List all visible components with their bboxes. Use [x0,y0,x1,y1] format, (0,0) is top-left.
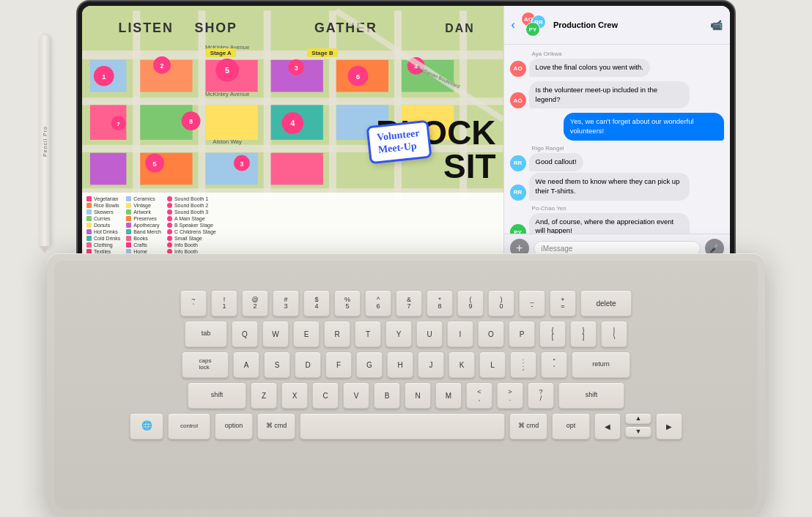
key-2[interactable]: @2 [242,290,268,316]
key-equals[interactable]: += [550,290,576,316]
svg-rect-54 [307,48,338,57]
svg-rect-5 [133,11,140,200]
key-x[interactable]: X [281,382,308,409]
key-j[interactable]: J [418,352,444,378]
svg-rect-15 [205,105,257,140]
pencil-tip [40,246,50,253]
avatar: RR [510,185,526,201]
svg-text:3: 3 [240,160,243,168]
key-control[interactable]: control [168,413,210,439]
key-globe[interactable]: 🌐 [130,413,163,439]
key-5[interactable]: %5 [334,290,361,316]
key-slash[interactable]: ?/ [528,382,554,409]
key-backslash[interactable]: |\ [601,321,627,347]
key-delete[interactable]: delete [580,290,632,316]
svg-rect-8 [329,11,336,200]
svg-point-36 [234,155,250,171]
key-bracket-close[interactable]: }] [570,321,597,347]
key-arrow-left[interactable]: ◀ [594,413,621,439]
svg-rect-14 [205,60,257,92]
key-0[interactable]: )0 [488,290,514,316]
key-option-left[interactable]: option [215,413,253,439]
key-r[interactable]: R [324,321,350,347]
keyboard-row-4: shift Z X C V B N M <, >. ?/ shift [98,382,714,409]
key-arrow-right[interactable]: ▶ [656,413,682,439]
key-y[interactable]: Y [385,321,412,347]
key-option-right[interactable]: opt [552,413,590,439]
avatar: AO [510,92,526,108]
key-s[interactable]: S [264,352,290,378]
keyboard-row-3: capslock A S D F G H J K L :; "' return [98,352,714,378]
key-c[interactable]: C [312,382,339,409]
svg-rect-7 [264,11,271,200]
key-z[interactable]: Z [251,382,277,409]
key-comma[interactable]: <, [466,382,492,409]
svg-point-29 [215,59,239,82]
key-m[interactable]: M [435,382,462,409]
key-d[interactable]: D [295,352,321,378]
key-e[interactable]: E [293,321,320,347]
key-3[interactable]: #3 [273,290,299,316]
key-v[interactable]: V [343,382,369,409]
key-arrow-down[interactable]: ▼ [625,426,652,437]
key-l[interactable]: L [479,352,506,378]
key-b[interactable]: B [374,382,400,409]
key-tilde[interactable]: ~` [180,290,207,316]
video-call-button[interactable]: 📹 [710,19,723,31]
svg-text:7: 7 [117,121,120,127]
svg-text:DAN: DAN [445,22,474,34]
key-w[interactable]: W [262,321,289,347]
map-legend: Vegetarian Rice Bowls Skewers Curries Do… [82,193,503,262]
key-k[interactable]: K [449,352,475,378]
map-content: 1 2 5 3 6 4 8 7 4 3 5 McKinley Avenue Mc… [82,6,503,262]
key-u[interactable]: U [416,321,443,347]
key-command-right[interactable]: ⌘ cmd [509,413,547,439]
key-quote[interactable]: "' [541,352,567,378]
svg-point-28 [153,56,171,74]
svg-rect-23 [90,153,127,185]
key-p[interactable]: P [509,321,535,347]
key-shift-left[interactable]: shift [188,382,246,409]
key-shift-right[interactable]: shift [558,382,624,409]
key-4[interactable]: $4 [303,290,330,316]
key-g[interactable]: G [356,352,383,378]
messages-area[interactable]: Aya Orikwa AO Love the final colors you … [504,45,730,234]
key-n[interactable]: N [405,382,431,409]
message-bubble: And, of course, where the appreciation e… [529,213,690,234]
key-a[interactable]: A [233,352,259,378]
message-bubble: Good callout! [529,153,583,171]
key-semicolon[interactable]: :; [510,352,536,378]
key-command-left[interactable]: ⌘ cmd [257,413,295,439]
message-bubble-sent: Yes, we can't forget about our wonderful… [564,113,724,141]
key-t[interactable]: T [355,321,381,347]
key-period[interactable]: >. [497,382,523,409]
svg-text:Alston Way: Alston Way [213,138,242,145]
key-return[interactable]: return [572,352,630,378]
key-f[interactable]: F [325,352,352,378]
key-h[interactable]: H [387,352,413,378]
key-q[interactable]: Q [232,321,258,347]
key-i[interactable]: I [447,321,473,347]
avatar: RR [510,155,526,171]
svg-point-30 [288,59,304,75]
back-button[interactable]: ‹ [512,18,515,31]
message-bubble: We need them to know where they can pick… [529,173,690,201]
svg-text:McKinley Avenue: McKinley Avenue [205,91,250,97]
key-tab[interactable]: tab [185,321,227,347]
svg-text:4: 4 [414,63,418,70]
key-6[interactable]: ^6 [365,290,391,316]
ipad-screen: 1 2 5 3 6 4 8 7 4 3 5 McKinley Avenue Mc… [76,0,736,264]
key-7[interactable]: &7 [396,290,422,316]
key-minus[interactable]: _- [519,290,545,316]
key-1[interactable]: !1 [211,290,237,316]
key-spacebar[interactable] [300,413,505,439]
key-o[interactable]: O [478,321,504,347]
msg-group-1: Aya Orikwa AO Love the final colors you … [510,51,724,77]
key-9[interactable]: (9 [457,290,484,316]
key-capslock[interactable]: capslock [182,352,229,378]
svg-rect-52 [205,48,236,57]
key-arrow-up[interactable]: ▲ [625,413,652,424]
msg-row-sent: Yes, we can't forget about our wonderful… [510,113,724,141]
key-8[interactable]: *8 [427,290,453,316]
key-bracket-open[interactable]: {[ [539,321,566,347]
